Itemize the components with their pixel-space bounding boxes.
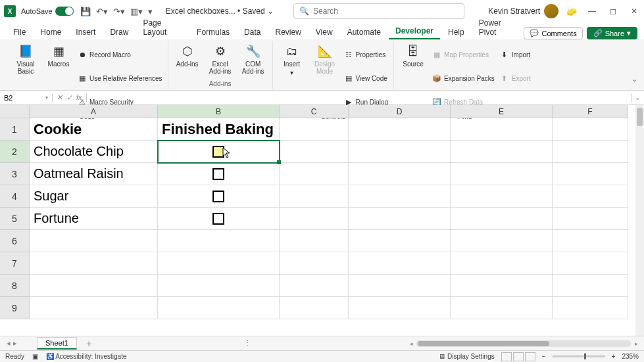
- fx-icon[interactable]: fx: [76, 93, 82, 102]
- hscroll-thumb[interactable]: [418, 341, 549, 346]
- cell-a8[interactable]: [30, 275, 158, 297]
- share-button[interactable]: 🔗 Share ▾: [587, 27, 637, 39]
- cell-b4[interactable]: [158, 185, 280, 208]
- tab-power-pivot[interactable]: Power Pivot: [472, 16, 523, 39]
- com-addins-button[interactable]: 🔧COM Add-ins: [239, 43, 267, 75]
- cell-e3[interactable]: [451, 163, 553, 185]
- checkbox-b4[interactable]: [212, 191, 224, 202]
- scrollbar-thumb[interactable]: [637, 108, 643, 126]
- cell-e2[interactable]: [451, 141, 553, 163]
- use-relative-refs-button[interactable]: ▦Use Relative References: [78, 67, 162, 89]
- cell-a2[interactable]: Chocolate Chip: [30, 141, 158, 163]
- cell-b5[interactable]: [158, 208, 280, 230]
- tab-draw[interactable]: Draw: [103, 25, 135, 39]
- cell-b6[interactable]: [158, 230, 280, 252]
- view-page-layout-icon[interactable]: [513, 352, 524, 361]
- tab-review[interactable]: Review: [268, 25, 307, 39]
- fill-handle[interactable]: [277, 160, 281, 164]
- toggle-on-icon[interactable]: [55, 7, 74, 16]
- row-header-7[interactable]: 7: [0, 252, 30, 275]
- redo-icon[interactable]: ↷▾: [113, 7, 125, 16]
- cell-f1[interactable]: [553, 118, 628, 141]
- eraser-icon[interactable]: 🧽: [566, 7, 577, 16]
- tab-home[interactable]: Home: [34, 25, 68, 39]
- cell-c3[interactable]: [280, 163, 349, 185]
- cell-e4[interactable]: [451, 185, 553, 208]
- cell-c4[interactable]: [280, 185, 349, 208]
- cell-d8[interactable]: [349, 275, 451, 297]
- search-input[interactable]: 🔍 Search: [293, 3, 464, 19]
- view-code-button[interactable]: ▤View Code: [344, 67, 388, 89]
- cell-b3[interactable]: [158, 163, 280, 185]
- checkbox-b3[interactable]: [212, 168, 224, 180]
- zoom-out-button[interactable]: −: [542, 353, 546, 360]
- cell-c9[interactable]: [280, 297, 349, 319]
- cell-a6[interactable]: [30, 230, 158, 252]
- cell-a7[interactable]: [30, 252, 158, 275]
- col-header-c[interactable]: C: [280, 105, 349, 118]
- cell-c2[interactable]: [280, 141, 349, 163]
- tab-data[interactable]: Data: [237, 25, 267, 39]
- cancel-formula-icon[interactable]: ✕: [57, 93, 62, 102]
- horizontal-scrollbar[interactable]: ◂ ▸: [407, 340, 644, 348]
- accessibility-status[interactable]: ♿ Accessibility: Investigate: [46, 353, 127, 360]
- filename[interactable]: Excel checkboxes... • Saved ⌄: [166, 7, 274, 16]
- row-header-6[interactable]: 6: [0, 230, 30, 252]
- cell-d4[interactable]: [349, 185, 451, 208]
- addins-button[interactable]: ⬡Add-ins: [174, 43, 201, 68]
- view-page-break-icon[interactable]: [525, 352, 535, 361]
- cell-d3[interactable]: [349, 163, 451, 185]
- cell-d1[interactable]: [349, 118, 451, 141]
- sheet-nav-next-icon[interactable]: ▸: [13, 339, 17, 348]
- checkbox-b2[interactable]: [212, 146, 224, 158]
- save-icon[interactable]: 💾: [80, 7, 91, 16]
- col-header-f[interactable]: F: [553, 105, 628, 118]
- qat-more-icon[interactable]: ▥▾: [130, 7, 143, 16]
- col-header-a[interactable]: A: [30, 105, 158, 118]
- tab-help[interactable]: Help: [441, 25, 471, 39]
- row-header-2[interactable]: 2: [0, 141, 30, 163]
- cell-f4[interactable]: [553, 185, 628, 208]
- scroll-left-icon[interactable]: ◂: [407, 340, 415, 347]
- display-settings-button[interactable]: 🖥 Display Settings: [439, 353, 494, 360]
- tab-insert[interactable]: Insert: [69, 25, 102, 39]
- autosave-toggle[interactable]: AutoSave: [21, 7, 74, 16]
- cell-f2[interactable]: [553, 141, 628, 163]
- import-button[interactable]: ⬇Import: [500, 43, 531, 66]
- maximize-icon[interactable]: ◻: [607, 7, 619, 16]
- zoom-in-button[interactable]: +: [612, 353, 616, 360]
- row-header-9[interactable]: 9: [0, 297, 30, 319]
- cell-e1[interactable]: [451, 118, 553, 141]
- view-normal-icon[interactable]: [501, 352, 512, 361]
- cell-b2[interactable]: [158, 141, 280, 163]
- macros-button[interactable]: ▦Macros: [45, 43, 72, 68]
- cell-c5[interactable]: [280, 208, 349, 230]
- cell-e9[interactable]: [451, 297, 553, 319]
- properties-button[interactable]: ☷Properties: [344, 43, 388, 66]
- cell-a4[interactable]: Sugar: [30, 185, 158, 208]
- add-sheet-button[interactable]: +: [86, 338, 91, 349]
- cell-e6[interactable]: [451, 230, 553, 252]
- cell-f8[interactable]: [553, 275, 628, 297]
- sheet-tab-sheet1[interactable]: Sheet1: [37, 337, 77, 350]
- tab-splitter-icon[interactable]: ⋮: [244, 339, 251, 348]
- sheet-nav-prev-icon[interactable]: ◂: [7, 339, 11, 348]
- scroll-right-icon[interactable]: ▸: [632, 340, 640, 347]
- cell-b1[interactable]: Finished Baking: [158, 118, 280, 141]
- cell-c8[interactable]: [280, 275, 349, 297]
- collapse-ribbon-icon[interactable]: ⌄: [632, 75, 637, 83]
- recorder-icon[interactable]: ▣: [32, 353, 38, 360]
- cell-b8[interactable]: [158, 275, 280, 297]
- name-box[interactable]: B2▾: [0, 94, 53, 102]
- cell-f3[interactable]: [553, 163, 628, 185]
- tab-automate[interactable]: Automate: [341, 25, 387, 39]
- record-macro-button[interactable]: ⏺Record Macro: [78, 43, 162, 66]
- cell-d6[interactable]: [349, 230, 451, 252]
- cell-a9[interactable]: [30, 297, 158, 319]
- minimize-icon[interactable]: —: [586, 7, 598, 16]
- enter-formula-icon[interactable]: ✓: [66, 93, 72, 102]
- col-header-d[interactable]: D: [349, 105, 451, 118]
- cell-d7[interactable]: [349, 252, 451, 275]
- cell-f9[interactable]: [553, 297, 628, 319]
- comments-button[interactable]: 💬 Comments: [524, 27, 582, 39]
